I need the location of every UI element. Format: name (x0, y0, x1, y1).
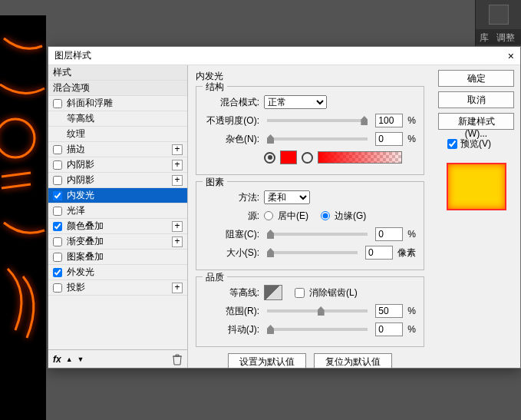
panel-title: 内发光 (196, 70, 424, 83)
group-structure: 结构 混合模式: 正常 不透明度(O): % 杂色(N): % (196, 86, 424, 175)
style-item-7[interactable]: 光泽 (48, 203, 187, 219)
style-item-11[interactable]: 外发光 (48, 265, 187, 280)
fx-icon[interactable] (489, 5, 509, 25)
technique-select[interactable]: 柔和 (264, 190, 310, 204)
style-item-0[interactable]: 斜面和浮雕 (48, 96, 187, 111)
plus-icon[interactable]: + (172, 236, 183, 247)
style-checkbox[interactable] (53, 99, 62, 108)
contour-picker[interactable] (264, 285, 282, 300)
blend-mode-select[interactable]: 正常 (264, 95, 327, 109)
style-item-label: 描边 (67, 143, 85, 156)
style-list-footer: fx ▲ ▼ (48, 349, 187, 368)
style-item-label: 内阴影 (67, 174, 94, 187)
style-item-label: 光泽 (67, 204, 85, 217)
noise-input[interactable] (375, 132, 403, 146)
style-item-2[interactable]: 纹理 (48, 127, 187, 142)
opacity-label: 不透明度(O): (204, 114, 259, 127)
blending-options[interactable]: 混合选项 (48, 81, 187, 96)
style-checkbox[interactable] (53, 145, 62, 154)
style-item-5[interactable]: 内阴影+ (48, 173, 187, 188)
technique-label: 方法: (204, 191, 259, 204)
choke-label: 阻塞(C): (204, 228, 259, 241)
arrow-up-icon[interactable]: ▲ (66, 356, 73, 363)
plus-icon[interactable]: + (172, 221, 183, 232)
plus-icon[interactable]: + (172, 144, 183, 155)
jitter-label: 抖动(J): (204, 323, 259, 336)
group-quality: 品质 等高线: 消除锯齿(L) 范围(R): % 抖动(J): (196, 276, 424, 347)
style-checkbox[interactable] (53, 268, 62, 277)
style-checkbox[interactable] (53, 222, 62, 231)
dialog-title: 图层样式 (54, 49, 91, 62)
style-checkbox[interactable] (53, 176, 62, 185)
choke-slider[interactable] (267, 233, 368, 236)
set-default-button[interactable]: 设置为默认值 (228, 353, 306, 368)
style-item-label: 等高线 (67, 112, 94, 125)
opacity-input[interactable] (375, 114, 403, 127)
style-checkbox[interactable] (53, 207, 62, 216)
antialias-checkbox[interactable] (295, 288, 305, 298)
size-label: 大小(S): (204, 246, 259, 260)
style-checkbox[interactable] (53, 283, 62, 293)
style-checkbox[interactable] (53, 191, 62, 200)
range-slider[interactable] (267, 309, 368, 313)
opacity-slider[interactable] (267, 119, 368, 122)
tab-library[interactable]: 库 (476, 29, 493, 45)
gradient-radio[interactable] (302, 152, 313, 164)
plus-icon[interactable]: + (172, 283, 183, 293)
style-item-label: 投影 (67, 281, 85, 294)
style-item-label: 图案叠加 (67, 250, 104, 263)
style-list: 样式 混合选项 斜面和浮雕等高线纹理描边+内阴影+内阴影+内发光光泽颜色叠加+渐… (48, 65, 188, 368)
style-item-label: 内发光 (67, 189, 94, 202)
ok-button[interactable]: 确定 (438, 70, 514, 87)
size-slider[interactable] (267, 251, 358, 254)
plus-icon[interactable]: + (172, 175, 183, 186)
source-edge-radio[interactable] (321, 211, 330, 220)
style-item-8[interactable]: 颜色叠加+ (48, 219, 187, 234)
range-input[interactable] (375, 304, 403, 318)
svg-point-0 (0, 119, 35, 157)
arrow-down-icon[interactable]: ▼ (77, 356, 84, 363)
cancel-button[interactable]: 取消 (438, 91, 514, 108)
dialog-titlebar: 图层样式 × (48, 47, 520, 65)
gradient-picker[interactable] (318, 151, 402, 164)
blend-mode-label: 混合模式: (204, 96, 259, 109)
jitter-input[interactable] (375, 322, 403, 336)
style-item-label: 内阴影 (67, 158, 94, 171)
plus-icon[interactable]: + (172, 160, 183, 170)
style-item-3[interactable]: 描边+ (48, 142, 187, 157)
style-item-label: 渐变叠加 (67, 235, 104, 248)
source-label: 源: (204, 210, 259, 223)
close-icon[interactable]: × (508, 50, 514, 62)
style-item-10[interactable]: 图案叠加 (48, 250, 187, 265)
noise-slider[interactable] (267, 137, 368, 141)
group-elements: 图素 方法: 柔和 源: 居中(E) 边缘(G) 阻塞(C): % (196, 181, 424, 270)
style-item-label: 纹理 (67, 127, 85, 141)
layer-style-dialog: 图层样式 × 样式 混合选项 斜面和浮雕等高线纹理描边+内阴影+内阴影+内发光光… (48, 46, 521, 369)
style-item-6[interactable]: 内发光 (48, 188, 187, 203)
style-checkbox[interactable] (53, 160, 62, 170)
style-checkbox[interactable] (53, 237, 62, 246)
reset-default-button[interactable]: 复位为默认值 (314, 353, 392, 368)
preview-checkbox[interactable] (447, 139, 457, 149)
new-style-button[interactable]: 新建样式(W)... (438, 113, 514, 130)
style-item-1[interactable]: 等高线 (48, 111, 187, 127)
choke-input[interactable] (375, 227, 403, 241)
styles-header[interactable]: 样式 (48, 65, 187, 81)
contour-label: 等高线: (204, 286, 259, 299)
fx-label[interactable]: fx (53, 354, 61, 365)
trash-icon[interactable] (172, 353, 183, 365)
style-item-12[interactable]: 投影+ (48, 280, 187, 296)
style-item-4[interactable]: 内阴影+ (48, 157, 187, 173)
glow-color-swatch[interactable] (280, 150, 297, 164)
jitter-slider[interactable] (267, 328, 368, 331)
noise-label: 杂色(N): (204, 133, 259, 146)
style-item-9[interactable]: 渐变叠加+ (48, 234, 187, 250)
settings-panel: 内发光 结构 混合模式: 正常 不透明度(O): % 杂色(N): % (188, 65, 432, 368)
preview-swatch (447, 163, 506, 210)
style-item-label: 外发光 (67, 266, 94, 279)
size-input[interactable] (365, 246, 393, 260)
style-checkbox[interactable] (53, 253, 62, 262)
color-radio[interactable] (264, 152, 275, 164)
tab-adjustments[interactable]: 调整 (493, 29, 519, 45)
source-center-radio[interactable] (264, 211, 273, 220)
